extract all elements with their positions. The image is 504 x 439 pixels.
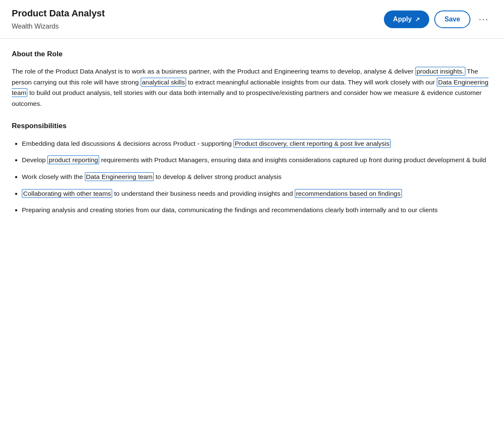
- highlight-data-engineering-team-2: Data Engineering team: [85, 172, 154, 181]
- about-section: About the Role The role of the Product D…: [12, 49, 492, 109]
- highlight-collaborating-other-teams: Collaborating with other teams: [22, 189, 112, 198]
- job-content: About the Role The role of the Product D…: [0, 39, 504, 227]
- highlight-product-insights: product insights.: [415, 67, 465, 76]
- responsibilities-list: Embedding data led discussions & decisio…: [12, 138, 492, 216]
- header-actions: Apply ↗ Save ···: [384, 11, 492, 28]
- list-item: Embedding data led discussions & decisio…: [22, 138, 492, 149]
- job-title: Product Data Analyst: [12, 8, 105, 20]
- apply-label: Apply: [393, 16, 412, 23]
- highlight-data-engineering-team-1: Data Engineering team: [12, 78, 488, 97]
- job-header: Product Data Analyst Wealth Wizards Appl…: [0, 0, 504, 39]
- company-name: Wealth Wizards: [12, 21, 105, 32]
- job-title-section: Product Data Analyst Wealth Wizards: [12, 8, 105, 32]
- external-link-icon: ↗: [415, 16, 420, 23]
- about-role-heading: About the Role: [12, 49, 492, 60]
- more-options-button[interactable]: ···: [475, 12, 492, 26]
- highlight-product-reporting: product reporting: [47, 155, 99, 164]
- page-container: Product Data Analyst Wealth Wizards Appl…: [0, 0, 504, 227]
- list-item: Develop product reporting requirements w…: [22, 155, 492, 166]
- apply-button[interactable]: Apply ↗: [384, 11, 429, 28]
- list-item: Collaborating with other teams to unders…: [22, 188, 492, 199]
- list-item: Preparing analysis and creating stories …: [22, 205, 492, 216]
- highlight-product-discovery: Product discovery, client reporting & po…: [234, 139, 391, 148]
- save-button[interactable]: Save: [434, 11, 470, 28]
- list-item: Work closely with the Data Engineering t…: [22, 171, 492, 182]
- highlight-analytical-skills: analytical skills: [141, 78, 186, 87]
- about-role-text: The role of the Product Data Analyst is …: [12, 66, 492, 109]
- responsibilities-heading: Responsibilities: [12, 121, 492, 131]
- responsibilities-section: Responsibilities Embedding data led disc…: [12, 121, 492, 215]
- highlight-recommendations: recommendations based on findings: [295, 189, 402, 198]
